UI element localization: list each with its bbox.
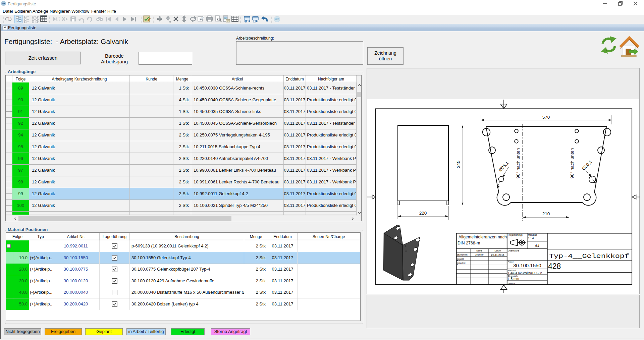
svg-text:Ø30,1: Ø30,1 — [581, 159, 593, 171]
svg-text:Name: Name — [476, 249, 482, 252]
svg-text:A4: A4 — [534, 244, 539, 248]
svg-text:28.11.2016: 28.11.2016 — [491, 253, 504, 257]
svg-text:Zeichner: Zeichner — [475, 253, 484, 256]
svg-text:90° nach unten: 90° nach unten — [570, 148, 575, 179]
svg-text:gezeichnet: gezeichnet — [457, 253, 468, 256]
svg-text:geändert: geändert — [457, 262, 466, 265]
svg-text:210: 210 — [542, 211, 550, 216]
svg-text:570: 570 — [542, 115, 550, 120]
svg-text:WP: WP — [2, 2, 5, 5]
svg-text:Oberfläche: Oberfläche — [508, 249, 519, 252]
svg-text:Gewicht: Gewicht — [508, 282, 515, 284]
svg-text:Typ-4__Gelenkkopf: Typ-4__Gelenkkopf — [549, 252, 629, 260]
svg-text:1.4404 X2CrNiMo17 12 2: 1.4404 X2CrNiMo17 12 2 — [508, 271, 542, 275]
svg-text:428: 428 — [548, 262, 561, 271]
svg-text:345: 345 — [456, 161, 461, 168]
svg-text:Artikel: Artikel — [508, 261, 514, 263]
svg-text:geprüft: geprüft — [457, 258, 464, 261]
svg-text:30.100.1550: 30.100.1550 — [513, 263, 541, 268]
svg-text:WP: WP — [275, 18, 280, 21]
svg-text:Maßstab: Maßstab — [528, 234, 537, 236]
svg-text:220: 220 — [419, 211, 427, 216]
svg-text:t=5 mm: t=5 mm — [508, 277, 519, 281]
svg-text:Projektionstyp: Projektionstyp — [508, 234, 523, 236]
svg-text:Allgemeintoleranzen nach: Allgemeintoleranzen nach — [459, 235, 507, 239]
svg-text:DIN 2768-m: DIN 2768-m — [458, 241, 480, 245]
svg-text:1 : 4: 1 : 4 — [528, 236, 534, 240]
svg-text:Datum: Datum — [494, 249, 501, 252]
svg-text:Ø25,1: Ø25,1 — [498, 161, 510, 173]
svg-text:90° nach unten: 90° nach unten — [516, 148, 521, 179]
svg-text:b: b — [17, 20, 18, 22]
